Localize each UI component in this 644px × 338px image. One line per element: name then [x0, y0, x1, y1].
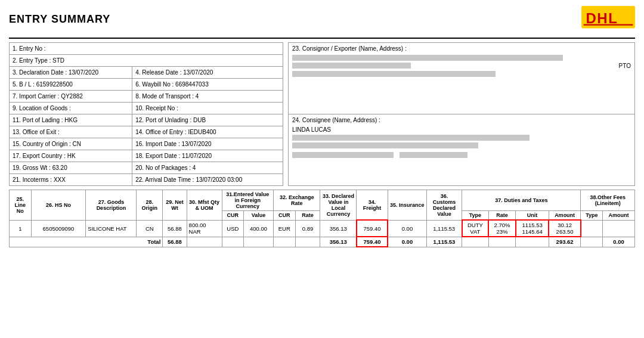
total-ex-cur — [273, 237, 295, 247]
export-date-field: 18. Export Date : 11/07/2020 — [132, 150, 283, 162]
col-declared-value: 33. Declared Value in Local Currency — [320, 190, 357, 221]
cell-fv-value: 400.00 — [244, 220, 274, 237]
arrival-field: 22. Arrival Date Time : 13/07/2020 03:00 — [132, 174, 283, 186]
location-field: 9. Location of Goods : — [10, 103, 132, 114]
country-origin-field: 15. Country of Origin : CN — [10, 138, 132, 150]
cell-ex-rate: 0.89 — [295, 220, 320, 237]
col-customs-declared: 36. Customs Declared Value — [426, 190, 462, 221]
office-exit-field: 13. Office of Exit : — [10, 126, 132, 138]
cell-other-type — [581, 220, 603, 237]
page-title: ENTRY SUMMARY — [9, 13, 110, 26]
col-insurance: 35. Insurance — [388, 190, 426, 221]
header-divider — [9, 38, 635, 39]
col-other-amount: Amount — [603, 211, 635, 221]
col-duty-rate: Rate — [488, 211, 516, 221]
port-lading-field: 11. Port of Lading : HKG — [10, 114, 132, 126]
cell-other-amount — [603, 220, 635, 237]
cell-duty-amount: 30.12263.50 — [549, 220, 581, 237]
receipt-field: 10. Receipt No : — [132, 103, 283, 114]
cell-duty-unit: 1115.531145.64 — [516, 220, 549, 237]
total-duties-amount: 293.62 — [549, 237, 581, 247]
cell-net-wt: 56.88 — [163, 220, 187, 237]
port-unlading-field: 12. Port of Unlading : DUB — [132, 114, 283, 126]
incoterms-field: 21. Incoterms : XXX — [10, 174, 132, 186]
consignee-blurred-1 — [292, 135, 530, 141]
svg-text:DHL: DHL — [586, 10, 618, 26]
col-goods-desc: 27. Goods Description — [86, 190, 137, 221]
total-ex-rate — [295, 237, 320, 247]
consignee-blurred-4 — [400, 152, 467, 158]
total-fv-cur — [222, 237, 244, 247]
consignor-blurred-3 — [292, 71, 496, 77]
cell-customs-declared: 1,115.53 — [426, 220, 462, 237]
total-declared-value: 356.13 — [320, 237, 357, 247]
col-ex-rate: Rate — [295, 211, 320, 221]
col-other-type: Type — [581, 211, 603, 221]
cell-goods-desc: SILICONE HAT — [86, 220, 137, 237]
consignor-blurred-1 — [292, 55, 563, 61]
import-date-field: 16. Import Date : 13/07/2020 — [132, 138, 283, 150]
consignor-blurred-2 — [292, 63, 411, 69]
col-fv-cur: CUR — [222, 211, 244, 221]
consignee-box: 24. Consignee (Name, Address) : LINDA LU… — [288, 114, 635, 186]
totals-row: Total 56.88 356.13 759.40 0.00 1,115.53 … — [10, 237, 635, 247]
col-mfst: 30. Mfst Qty & UOM — [187, 190, 222, 221]
cell-fv-cur: USD — [222, 220, 244, 237]
consignee-name: LINDA LUCAS — [292, 126, 631, 133]
export-country-field: 17. Export Country : HK — [10, 150, 132, 162]
col-ex-cur: CUR — [273, 211, 295, 221]
cell-origin: CN — [137, 220, 163, 237]
bl-field: 5. B / L : 61599228500 — [10, 79, 132, 91]
cell-ex-cur: EUR — [273, 220, 295, 237]
total-mfst — [187, 237, 222, 247]
entry-type-field: 2. Entry Type : STD — [10, 55, 283, 67]
total-customs-declared: 1,115.53 — [426, 237, 462, 247]
consignee-title: 24. Consignee (Name, Address) : — [292, 117, 631, 123]
col-freight: 34. Freight — [357, 190, 388, 221]
total-duty-type — [462, 237, 488, 247]
col-net-wt: 29. Net Wt — [163, 190, 187, 221]
gross-wt-field: 19. Gross Wt : 63.20 — [10, 162, 132, 174]
consignor-pto: PTO — [619, 63, 631, 69]
col-hs-no: 26. HS No — [31, 190, 86, 221]
total-duty-rate — [488, 237, 516, 247]
mode-field: 8. Mode of Transport : 4 — [132, 91, 283, 103]
consignor-title: 23. Consignor / Exporter (Name, Address)… — [292, 45, 631, 52]
col-duties-taxes: 37. Duties and Taxes — [462, 190, 581, 211]
consignee-blurred-2 — [292, 142, 478, 148]
declaration-date-field: 3. Declaration Date : 13/07/2020 — [10, 67, 132, 79]
cell-declared-value: 356.13 — [320, 220, 357, 237]
import-carrier-field: 7. Import Carrier : QY2882 — [10, 91, 132, 103]
cell-insurance: 0.00 — [388, 220, 426, 237]
consignor-box: 23. Consignor / Exporter (Name, Address)… — [288, 42, 635, 114]
consignee-blurred-3 — [292, 152, 394, 158]
table-row: 1 6505009090 SILICONE HAT CN 56.88 800.0… — [10, 220, 635, 237]
total-label: Total — [10, 237, 163, 247]
release-date-field: 4. Release Date : 13/07/2020 — [132, 67, 283, 79]
waybill-field: 6. Waybill No : 6698447033 — [132, 79, 283, 91]
total-duty-unit — [516, 237, 549, 247]
office-entry-field: 14. Office of Entry : IEDUB400 — [132, 126, 283, 138]
cell-line-no: 1 — [10, 220, 32, 237]
cell-freight: 759.40 — [357, 220, 388, 237]
col-exchange-rate: 32. Exchange Rate — [273, 190, 320, 211]
total-freight: 759.40 — [357, 237, 388, 247]
col-entered-value: 31.Entered Value in Foreign Currency — [222, 190, 273, 211]
total-fv-value — [244, 237, 274, 247]
cell-duty-rate: 2.70%23% — [488, 220, 516, 237]
col-fv-value: Value — [244, 211, 274, 221]
col-line-no: 25. Line No — [10, 190, 32, 221]
col-duty-amount: Amount — [549, 211, 581, 221]
dhl-logo: DHL — [581, 6, 635, 33]
cell-hs-no: 6505009090 — [31, 220, 86, 237]
col-other-fees: 38.Other Fees (Lineitem) — [581, 190, 635, 211]
total-other-amount: 0.00 — [603, 237, 635, 247]
col-origin: 28. Origin — [137, 190, 163, 221]
col-duty-type: Type — [462, 211, 488, 221]
no-packages-field: 20. No of Packages : 4 — [132, 162, 283, 174]
cell-mfst: 800.00NAR — [187, 220, 222, 237]
entry-no-field: 1. Entry No : — [10, 43, 283, 55]
total-insurance: 0.00 — [388, 237, 426, 247]
cell-duty-type: DUTYVAT — [462, 220, 488, 237]
total-net-wt: 56.88 — [163, 237, 187, 247]
